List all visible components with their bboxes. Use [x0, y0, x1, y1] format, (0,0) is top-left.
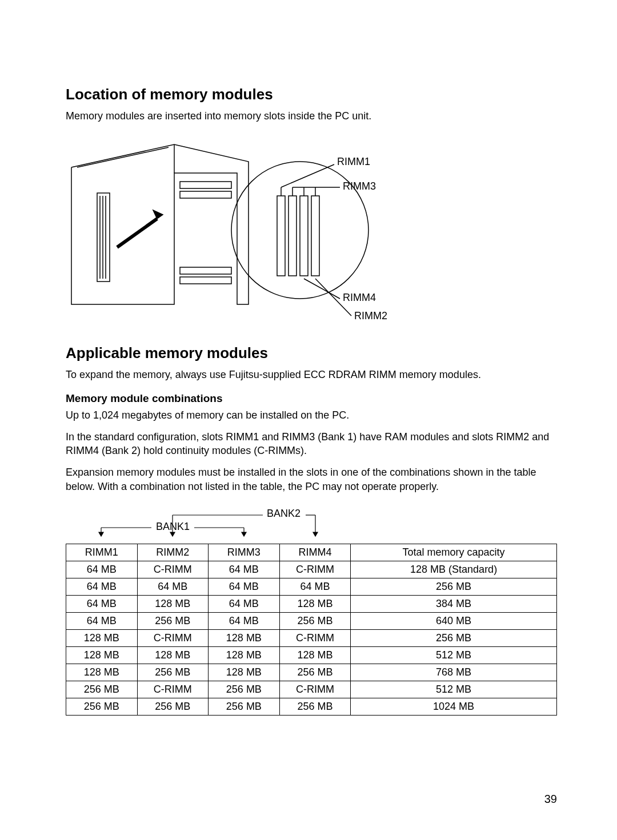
para-upto: Up to 1,024 megabytes of memory can be i…	[66, 408, 557, 422]
svg-rect-12	[277, 196, 285, 276]
combinations-table: RIMM1 RIMM2 RIMM3 RIMM4 Total memory cap…	[66, 544, 557, 716]
label-rimm3: RIMM3	[343, 180, 376, 192]
table-cell: 256 MB	[66, 681, 138, 698]
heading-combinations: Memory module combinations	[66, 392, 557, 405]
svg-rect-3	[180, 267, 231, 274]
table-cell: 64 MB	[66, 578, 138, 596]
table-cell: 256 MB	[137, 698, 209, 716]
table-cell: 64 MB	[66, 561, 138, 578]
svg-marker-34	[170, 532, 175, 536]
svg-marker-35	[313, 532, 318, 536]
table-cell: 256 MB	[351, 578, 557, 596]
th-rimm2: RIMM2	[137, 544, 209, 561]
label-rimm2: RIMM2	[354, 310, 387, 322]
table-row: 256 MB256 MB256 MB256 MB1024 MB	[66, 698, 557, 716]
svg-marker-28	[99, 532, 103, 536]
table-cell: C-RIMM	[279, 630, 351, 647]
svg-rect-2	[180, 191, 231, 198]
table-cell: 128 MB	[209, 630, 280, 647]
label-rimm1: RIMM1	[337, 156, 370, 168]
table-cell: 128 MB	[279, 596, 351, 613]
table-row: 64 MBC-RIMM64 MBC-RIMM128 MB (Standard)	[66, 561, 557, 578]
table-cell: 256 MB	[66, 698, 138, 716]
table-cell: 1024 MB	[351, 698, 557, 716]
bank2-label: BANK2	[267, 508, 301, 520]
svg-rect-4	[180, 277, 231, 284]
table-cell: C-RIMM	[137, 561, 209, 578]
svg-line-0	[77, 147, 169, 167]
para-insert: Memory modules are inserted into memory …	[66, 109, 557, 123]
para-expansion: Expansion memory modules must be install…	[66, 465, 557, 493]
table-cell: 256 MB	[351, 630, 557, 647]
heading-location: Location of memory modules	[66, 86, 557, 103]
table-cell: 64 MB	[137, 578, 209, 596]
table-cell: C-RIMM	[279, 561, 351, 578]
table-cell: 512 MB	[351, 647, 557, 664]
table-cell: 256 MB	[279, 613, 351, 630]
svg-line-22	[304, 279, 340, 299]
heading-applicable: Applicable memory modules	[66, 344, 557, 362]
table-row: 64 MB64 MB64 MB64 MB256 MB	[66, 578, 557, 596]
para-fujitsu: To expand the memory, always use Fujitsu…	[66, 368, 557, 381]
bank-brackets: BANK1 BANK2	[66, 505, 557, 544]
svg-marker-29	[242, 532, 246, 536]
table-cell: 64 MB	[209, 578, 280, 596]
para-standardconfig: In the standard configuration, slots RIM…	[66, 430, 557, 458]
table-row: 128 MBC-RIMM128 MBC-RIMM256 MB	[66, 630, 557, 647]
bank1-label: BANK1	[156, 521, 190, 533]
label-rimm4: RIMM4	[343, 292, 376, 304]
svg-line-9	[117, 219, 157, 247]
memory-diagram: RIMM1 RIMM3 RIMM4 RIMM2	[66, 133, 557, 327]
table-cell: C-RIMM	[279, 681, 351, 698]
table-header-row: RIMM1 RIMM2 RIMM3 RIMM4 Total memory cap…	[66, 544, 557, 561]
table-cell: 256 MB	[209, 698, 280, 716]
table-cell: 256 MB	[137, 613, 209, 630]
svg-rect-1	[180, 182, 231, 188]
table-cell: 256 MB	[279, 664, 351, 681]
svg-marker-10	[153, 210, 163, 219]
table-cell: 768 MB	[351, 664, 557, 681]
table-cell: 64 MB	[209, 596, 280, 613]
table-cell: 128 MB	[209, 664, 280, 681]
svg-rect-14	[300, 196, 308, 276]
table-cell: 256 MB	[279, 698, 351, 716]
table-cell: 256 MB	[209, 681, 280, 698]
table-cell: C-RIMM	[137, 681, 209, 698]
table-row: 64 MB128 MB64 MB128 MB384 MB	[66, 596, 557, 613]
table-cell: 64 MB	[66, 596, 138, 613]
th-rimm1: RIMM1	[66, 544, 138, 561]
table-cell: 64 MB	[66, 613, 138, 630]
svg-rect-13	[289, 196, 297, 276]
th-rimm4: RIMM4	[279, 544, 351, 561]
th-rimm3: RIMM3	[209, 544, 280, 561]
table-cell: 256 MB	[137, 664, 209, 681]
svg-line-20	[281, 164, 334, 187]
svg-rect-15	[311, 196, 319, 276]
table-row: 128 MB128 MB128 MB128 MB512 MB	[66, 647, 557, 664]
table-cell: 640 MB	[351, 613, 557, 630]
table-row: 128 MB256 MB128 MB256 MB768 MB	[66, 664, 557, 681]
table-cell: 128 MB	[209, 647, 280, 664]
table-cell: 128 MB	[279, 647, 351, 664]
page-number: 39	[544, 793, 557, 806]
table-cell: 128 MB	[66, 664, 138, 681]
table-cell: 128 MB	[137, 647, 209, 664]
table-cell: 128 MB	[137, 596, 209, 613]
table-cell: 64 MB	[209, 561, 280, 578]
table-cell: 384 MB	[351, 596, 557, 613]
table-row: 256 MBC-RIMM256 MBC-RIMM512 MB	[66, 681, 557, 698]
table-cell: 128 MB	[66, 630, 138, 647]
table-row: 64 MB256 MB64 MB256 MB640 MB	[66, 613, 557, 630]
table-cell: 128 MB (Standard)	[351, 561, 557, 578]
th-total: Total memory capacity	[351, 544, 557, 561]
table-cell: 64 MB	[209, 613, 280, 630]
table-cell: 512 MB	[351, 681, 557, 698]
table-cell: 128 MB	[66, 647, 138, 664]
table-cell: 64 MB	[279, 578, 351, 596]
table-cell: C-RIMM	[137, 630, 209, 647]
svg-rect-5	[97, 193, 110, 282]
